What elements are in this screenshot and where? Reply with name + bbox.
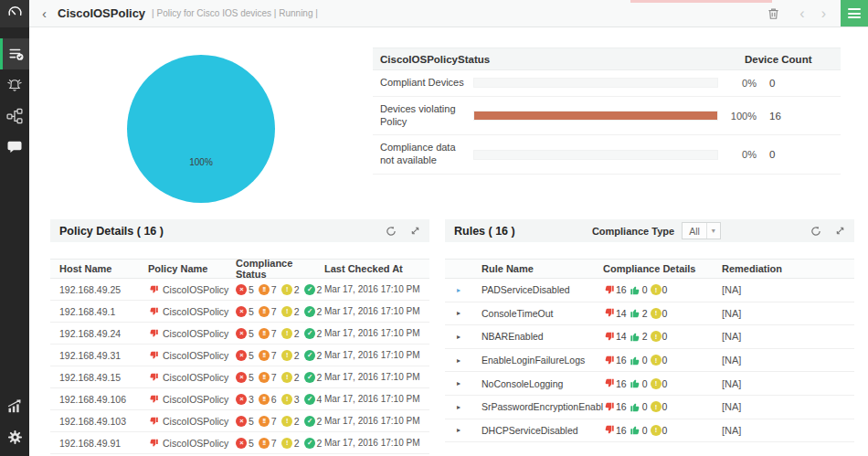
rule-name: DHCPServiceDisabled	[471, 425, 603, 436]
status-bar-track	[473, 150, 718, 160]
compliant-icon: ✓	[304, 394, 315, 405]
compliance-type-dropdown[interactable]: All ▾	[682, 222, 721, 239]
critical-icon: ×	[236, 416, 247, 427]
warning-icon: !	[651, 378, 662, 389]
compliance-status-cell: ×3!!6!3✓4	[236, 394, 324, 405]
menu-button[interactable]	[841, 0, 868, 27]
rule-row[interactable]: ▸ PADServiceDisabled 160!0 [NA]	[445, 279, 854, 302]
expand-arrow-icon[interactable]: ▸	[445, 309, 471, 317]
sidebar-item-configs[interactable]	[0, 38, 29, 69]
top-progress-strip	[630, 0, 772, 3]
policy-status-table: CiscoIOSPolicyStatus Device Count Compli…	[373, 48, 841, 175]
sidebar-item-settings[interactable]	[0, 421, 29, 452]
col-host-name: Host Name	[50, 263, 148, 274]
col-compliance-details: Compliance Details	[603, 263, 722, 274]
last-checked-at: Mar 17, 2016 17:10 PM	[324, 372, 420, 382]
status-count: 16	[769, 111, 781, 122]
compliant-icon: ✓	[304, 284, 315, 295]
rule-name: NoConsoleLogging	[471, 378, 603, 389]
collapse-expand-icon[interactable]	[835, 226, 845, 236]
critical-icon: ×	[236, 394, 247, 405]
minor-icon: !	[281, 350, 292, 361]
thumbs-down-icon	[148, 328, 159, 339]
thumbs-up-icon	[630, 401, 641, 413]
sidebar-item-chat[interactable]	[0, 132, 29, 163]
policy-row[interactable]: 192.168.49.91 CiscoIOSPolicy ×5!!7!2✓2 M…	[50, 432, 429, 454]
rule-row[interactable]: ▸ NBAREnabled 142!0 [NA]	[445, 325, 854, 349]
policy-name-cell: CiscoIOSPolicy	[148, 328, 236, 339]
critical-icon: ×	[236, 284, 247, 295]
prev-page-button[interactable]: ‹	[799, 6, 804, 21]
rule-name: EnableLoginFailureLogs	[471, 355, 603, 366]
thumbs-down-icon	[148, 438, 159, 449]
status-percent: 0%	[718, 78, 757, 89]
refresh-icon[interactable]	[386, 226, 397, 237]
policy-row[interactable]: 192.168.49.24 CiscoIOSPolicy ×5!!7!2✓2 M…	[50, 323, 429, 345]
expand-arrow-icon[interactable]: ▸	[445, 379, 471, 387]
collapse-expand-icon[interactable]	[410, 226, 420, 236]
next-page-button[interactable]: ›	[821, 6, 826, 21]
policy-row[interactable]: 192.168.49.106 CiscoIOSPolicy ×3!!6!3✓4 …	[50, 388, 429, 410]
sidebar-item-alarms[interactable]	[0, 69, 29, 101]
rule-row[interactable]: ▸ EnableLoginFailureLogs 160!0 [NA]	[445, 349, 854, 373]
policy-row[interactable]: 192.168.49.31 CiscoIOSPolicy ×5!!7!2✓2 M…	[50, 345, 429, 366]
status-row-label: Compliance data not available	[380, 142, 473, 167]
expand-arrow-icon[interactable]: ▸	[445, 403, 471, 411]
sidebar-item-reports[interactable]	[0, 390, 29, 421]
status-row-compliant: Compliant Devices 0% 0	[373, 70, 841, 97]
expand-arrow-icon[interactable]: ▸	[445, 333, 471, 341]
rule-row[interactable]: ▸ NoConsoleLogging 160!0 [NA]	[445, 372, 854, 396]
compliance-status-cell: ×5!!7!2✓2	[236, 438, 324, 449]
policy-row[interactable]: 192.168.49.1 CiscoIOSPolicy ×5!!7!2✓2 Ma…	[50, 301, 429, 323]
app-logo[interactable]	[0, 0, 29, 27]
page-title: CiscoIOSPolicy	[58, 6, 145, 20]
remediation-value: [NA]	[722, 425, 854, 436]
minor-icon: !	[281, 372, 292, 383]
compliance-details-cell: 142!0	[603, 307, 722, 319]
thumbs-down-icon	[148, 394, 159, 405]
warning-icon: !	[651, 331, 662, 342]
status-row-violating: Devices violating Policy 100% 16	[373, 97, 841, 136]
policy-row[interactable]: 192.168.49.15 CiscoIOSPolicy ×5!!7!2✓2 M…	[50, 366, 429, 388]
col-remediation: Remediation	[722, 263, 854, 274]
rule-name: PADServiceDisabled	[471, 284, 603, 295]
rule-row[interactable]: ▸ ConsoleTimeOut 142!0 [NA]	[445, 302, 854, 326]
sidebar-item-topology[interactable]	[0, 101, 29, 132]
last-checked-at: Mar 17, 2016 17:10 PM	[324, 416, 420, 426]
refresh-icon[interactable]	[810, 226, 821, 237]
expand-arrow-icon[interactable]: ▸	[445, 426, 471, 434]
expand-arrow-icon[interactable]: ▸	[445, 356, 471, 365]
rule-row[interactable]: ▸ SrPasswordEncryptionEnabled 160!0 [NA]	[445, 396, 854, 419]
compliance-details-cell: 160!0	[603, 424, 722, 436]
compliance-status-cell: ×5!!7!2✓2	[236, 306, 324, 317]
policy-details-panel: Policy Details ( 16 ) Host Name Policy N…	[50, 219, 429, 456]
trash-icon[interactable]	[767, 7, 779, 20]
rule-name: NBAREnabled	[471, 331, 603, 342]
compliant-icon: ✓	[304, 372, 315, 383]
major-icon: !!	[259, 416, 270, 427]
critical-icon: ×	[236, 328, 247, 339]
remediation-value: [NA]	[722, 378, 854, 389]
policy-name-cell: CiscoIOSPolicy	[148, 394, 236, 405]
compliant-icon: ✓	[304, 350, 315, 361]
policy-row[interactable]: 192.168.49.103 CiscoIOSPolicy ×5!!7!2✓2 …	[50, 410, 429, 432]
major-icon: !!	[259, 394, 270, 405]
policy-row[interactable]: 192.168.49.25 CiscoIOSPolicy ×5!!7!2✓2 M…	[50, 279, 429, 301]
compliance-status-cell: ×5!!7!2✓2	[236, 350, 324, 361]
status-table-title: CiscoIOSPolicyStatus	[380, 54, 490, 65]
compliance-pie-chart[interactable]: 100%	[127, 55, 275, 203]
thumbs-down-icon	[603, 355, 615, 366]
expand-arrow-icon[interactable]: ▸	[445, 286, 471, 294]
minor-icon: !	[281, 328, 292, 339]
thumbs-down-icon	[148, 350, 159, 361]
rule-row[interactable]: ▸ DHCPServiceDisabled 160!0 [NA]	[445, 419, 854, 443]
major-icon: !!	[259, 306, 270, 317]
policy-name-cell: CiscoIOSPolicy	[148, 372, 236, 383]
minor-icon: !	[281, 416, 292, 427]
host-name: 192.168.49.106	[50, 394, 148, 405]
sidebar	[0, 0, 29, 456]
back-button[interactable]: ‹	[42, 6, 47, 20]
col-last-checked: Last Checked At	[324, 263, 420, 274]
header-actions: ‹ ›	[767, 0, 868, 27]
network-topology-icon	[6, 108, 23, 124]
